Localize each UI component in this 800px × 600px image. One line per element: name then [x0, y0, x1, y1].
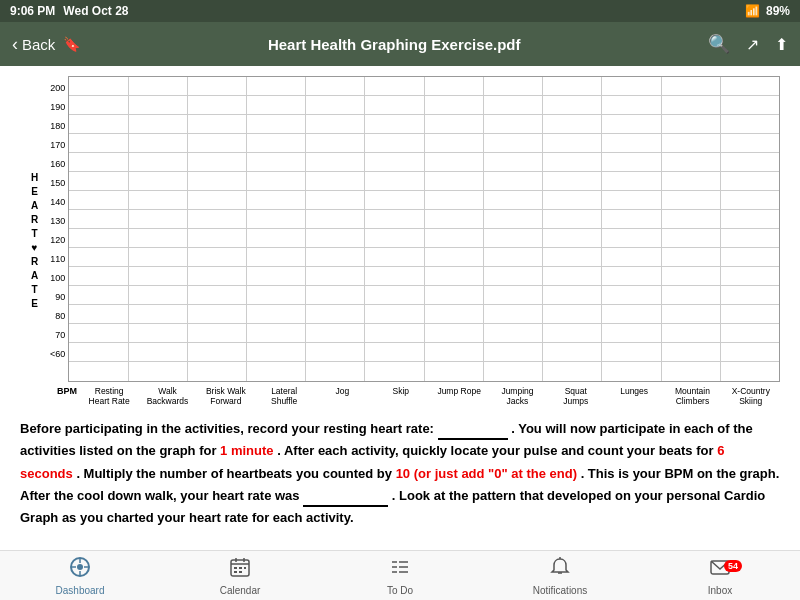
share-icon[interactable]: ↗: [746, 35, 759, 54]
para2-before: . Multiply the number of heartbeats you …: [76, 466, 392, 481]
tab-notifications-label: Notifications: [533, 585, 587, 596]
blank-resting-rate: [438, 426, 508, 440]
todo-icon: [389, 556, 411, 583]
x-label-mountain-climbers: MountainClimbers: [663, 386, 721, 406]
paragraph-1: Before participating in the activities, …: [20, 418, 780, 528]
tab-calendar-label: Calendar: [220, 585, 261, 596]
x-label-walk-back: WalkBackwards: [138, 386, 196, 406]
bookmark-icon: 🔖: [63, 36, 80, 52]
tab-bar: Dashboard Calendar: [0, 550, 800, 600]
back-button[interactable]: Back: [22, 36, 55, 53]
tab-notifications[interactable]: Notifications: [480, 556, 640, 596]
chart-grid: [68, 76, 780, 382]
svg-point-1: [77, 564, 83, 570]
para1-end: . After each activity, quickly locate yo…: [277, 443, 713, 458]
status-bar: 9:06 PM Wed Oct 28 📶 89%: [0, 0, 800, 22]
tab-inbox[interactable]: 54 Inbox: [640, 556, 800, 596]
document-title: Heart Health Graphing Exercise.pdf: [80, 36, 708, 53]
x-axis-labels: BPM RestingHeart Rate WalkBackwards Bris…: [50, 386, 780, 406]
svg-rect-13: [234, 571, 237, 573]
tab-calendar[interactable]: Calendar: [160, 556, 320, 596]
x-label-lateral: LateralShuffle: [255, 386, 313, 406]
battery-level: 89%: [766, 4, 790, 18]
graph-area: 200 190 180 170 160 150 140 130 120 110 …: [50, 76, 780, 406]
calendar-icon: [229, 556, 251, 583]
back-chevron-icon: ‹: [12, 34, 18, 55]
tab-inbox-label: Inbox: [708, 585, 732, 596]
status-date: Wed Oct 28: [63, 4, 128, 18]
x-label-jog: Jog: [313, 386, 371, 406]
bpm-label: BPM: [50, 386, 80, 406]
ten-highlight: 10 (or just add "0" at the end): [396, 466, 577, 481]
svg-rect-14: [239, 571, 242, 573]
x-label-xcountry-skiing: X-CountrySkiing: [722, 386, 780, 406]
search-icon[interactable]: 🔍: [708, 33, 730, 55]
notifications-icon: [549, 556, 571, 583]
x-label-squat-jumps: SquatJumps: [547, 386, 605, 406]
main-content: H E A R T ♥ R A T E 200 190 180 170 160 …: [0, 66, 800, 550]
x-label-lunges: Lunges: [605, 386, 663, 406]
minute-highlight: 1 minute: [220, 443, 273, 458]
blank-cooldown-rate: [303, 493, 388, 507]
nav-bar: ‹ Back 🔖 Heart Health Graphing Exercise.…: [0, 22, 800, 66]
y-axis-label: H E A R T ♥ R A T E: [20, 76, 50, 406]
svg-rect-11: [239, 567, 242, 569]
wifi-icon: 📶: [745, 4, 760, 18]
y-axis-numbers: 200 190 180 170 160 150 140 130 120 110 …: [50, 76, 65, 363]
tab-dashboard[interactable]: Dashboard: [0, 556, 160, 596]
tab-todo[interactable]: To Do: [320, 556, 480, 596]
export-icon[interactable]: ⬆: [775, 35, 788, 54]
x-label-jump-rope: Jump Rope: [430, 386, 488, 406]
x-label-resting: RestingHeart Rate: [80, 386, 138, 406]
x-label-brisk-walk: Brisk WalkForward: [197, 386, 255, 406]
graph-container: H E A R T ♥ R A T E 200 190 180 170 160 …: [20, 76, 780, 406]
status-time: 9:06 PM: [10, 4, 55, 18]
x-label-jumping-jacks: JumpingJacks: [488, 386, 546, 406]
tab-dashboard-label: Dashboard: [56, 585, 105, 596]
svg-rect-12: [244, 567, 246, 569]
tab-todo-label: To Do: [387, 585, 413, 596]
svg-rect-10: [234, 567, 237, 569]
inbox-badge: 54: [724, 560, 742, 572]
x-label-skip: Skip: [372, 386, 430, 406]
text-content: Before participating in the activities, …: [20, 418, 780, 528]
dashboard-icon: [69, 556, 91, 583]
para1-before: Before participating in the activities, …: [20, 421, 434, 436]
